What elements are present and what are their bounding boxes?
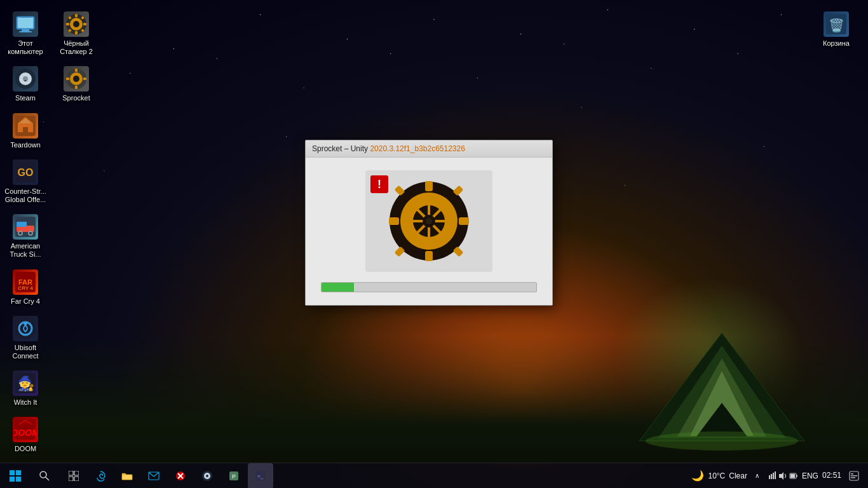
right-desktop-icons: 🗑️ Корзина — [811, 6, 862, 53]
sprocket-label: Sprocket — [62, 94, 90, 102]
sprocket-icon — [64, 66, 89, 92]
steam-taskbar-button[interactable] — [194, 463, 220, 489]
sprocket-gear-logo — [388, 180, 470, 262]
svg-rect-104 — [851, 475, 857, 477]
tent-decoration — [627, 320, 817, 463]
warning-badge: ! — [370, 175, 388, 193]
antivirus-icon — [175, 471, 186, 481]
stalker2-label: ЧёрныйСталкер 2 — [60, 39, 93, 56]
taskbar-left-area: P >_ — [0, 463, 276, 489]
svg-rect-80 — [69, 477, 73, 481]
svg-rect-10 — [19, 31, 32, 32]
csgo-icon: GO — [13, 159, 38, 185]
battery-icon — [789, 471, 798, 480]
svg-point-13 — [73, 21, 79, 27]
svg-marker-98 — [779, 472, 783, 480]
steam-taskbar-icon — [201, 470, 213, 482]
this-pc-icon — [13, 11, 38, 37]
weather-moon-icon: 🌙 — [691, 470, 704, 482]
svg-point-41 — [18, 231, 22, 235]
clock-display: 02:51 — [822, 471, 841, 481]
desktop-icon-this-pc[interactable]: Этоткомпьютер — [0, 6, 51, 61]
svg-rect-78 — [69, 471, 73, 475]
progress-bar-container — [321, 282, 537, 292]
splash-title: Sprocket – Unity 2020.3.12f1_b3b2c651232… — [312, 144, 546, 153]
svg-rect-30 — [66, 78, 69, 80]
desktop: Этоткомпьютер — [0, 0, 868, 488]
svg-rect-101 — [796, 475, 797, 477]
svg-rect-97 — [775, 471, 776, 479]
svg-rect-14 — [75, 14, 78, 17]
svg-rect-8 — [20, 17, 31, 18]
terminal-button[interactable]: >_ — [248, 463, 273, 489]
notification-icon — [849, 471, 859, 481]
ubisoft-icon — [13, 316, 38, 341]
desktop-icon-recycle[interactable]: 🗑️ Корзина — [811, 6, 862, 53]
taskbar: P >_ 🌙 10°C Clear ∧ — [0, 463, 868, 488]
desktop-icon-teardown[interactable]: Teardown — [0, 108, 51, 154]
svg-rect-60 — [459, 217, 469, 225]
doom-icon: DOOM — [13, 417, 38, 442]
desktop-icon-doom[interactable]: DOOM DOOM — [0, 412, 51, 458]
language-display[interactable]: ENG — [802, 471, 818, 480]
desktop-icon-farcry4[interactable]: FAR CRY 4 Far Cry 4 — [0, 264, 51, 311]
svg-rect-29 — [75, 86, 78, 89]
svg-rect-74 — [10, 477, 15, 482]
svg-rect-15 — [75, 31, 78, 34]
mail-icon — [148, 471, 159, 481]
svg-point-89 — [206, 475, 208, 477]
svg-rect-105 — [851, 477, 855, 478]
svg-rect-73 — [16, 470, 21, 475]
playnite-button[interactable]: P — [221, 463, 247, 489]
edge-button[interactable] — [88, 463, 113, 489]
svg-rect-82 — [122, 475, 132, 480]
windows-logo-icon — [10, 470, 21, 482]
weather-display: Clear — [729, 471, 747, 480]
system-tray-icons — [768, 471, 798, 480]
recycle-label: Корзина — [823, 39, 850, 48]
svg-rect-75 — [16, 477, 21, 482]
desktop-icon-ubisoft[interactable]: UbisoftConnect — [0, 311, 51, 365]
svg-rect-103 — [851, 473, 853, 475]
svg-rect-28 — [75, 69, 78, 72]
csgo-label: Counter-Str...Global Offe... — [4, 187, 46, 204]
desktop-icon-csgo[interactable]: GO Counter-Str...Global Offe... — [0, 154, 51, 209]
folder-button[interactable] — [114, 463, 140, 489]
system-tray-expand[interactable]: ∧ — [751, 470, 764, 482]
splash-window: Sprocket – Unity 2020.3.12f1_b3b2c651232… — [305, 140, 553, 306]
desktop-icons-column: Этоткомпьютер — [0, 6, 102, 458]
desktop-icon-stalker2[interactable]: ЧёрныйСталкер 2 — [51, 6, 102, 61]
svg-rect-95 — [771, 474, 772, 479]
svg-point-76 — [40, 471, 46, 478]
mail-button[interactable] — [141, 463, 166, 489]
svg-point-48 — [24, 322, 27, 325]
task-view-button[interactable] — [61, 463, 86, 489]
task-view-icon — [69, 471, 79, 481]
notification-button[interactable] — [845, 463, 863, 489]
svg-text:GO: GO — [18, 167, 34, 178]
start-button[interactable] — [3, 463, 28, 489]
svg-rect-34 — [23, 127, 28, 132]
svg-rect-59 — [389, 217, 399, 225]
search-button[interactable] — [29, 463, 60, 489]
farcry4-label: Far Cry 4 — [11, 297, 40, 306]
desktop-icon-sprocket[interactable]: Sprocket — [51, 61, 102, 107]
edge-icon — [95, 470, 106, 482]
svg-rect-58 — [425, 251, 433, 261]
doom-label: DOOM — [15, 445, 36, 453]
svg-rect-72 — [10, 470, 15, 475]
teardown-label: Teardown — [10, 141, 41, 149]
svg-rect-94 — [769, 475, 770, 479]
svg-text:CRY 4: CRY 4 — [18, 285, 33, 291]
svg-rect-100 — [790, 474, 795, 478]
svg-rect-40 — [17, 222, 27, 227]
desktop-icon-steam[interactable]: Steam — [0, 61, 51, 107]
desktop-icon-ats[interactable]: AmericanTruck Si... — [0, 209, 51, 264]
antivirus-button[interactable] — [168, 463, 193, 489]
splash-content: ! — [306, 158, 552, 305]
temperature-display: 10°C — [708, 471, 725, 480]
splash-titlebar: Sprocket – Unity 2020.3.12f1_b3b2c651232… — [306, 140, 552, 158]
svg-rect-79 — [74, 471, 79, 475]
desktop-icon-witch[interactable]: 🧙 Witch It — [0, 365, 51, 412]
network-icon — [768, 471, 776, 480]
